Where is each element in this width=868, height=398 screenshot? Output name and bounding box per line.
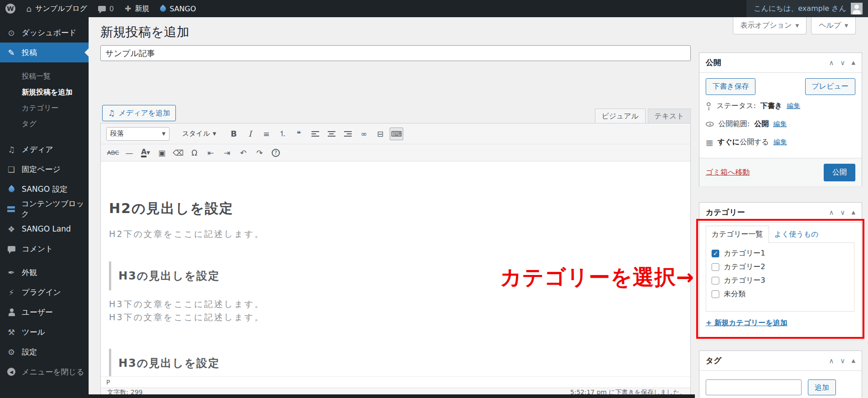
italic-button[interactable]: I [243, 128, 257, 140]
sidebar-item-tools[interactable]: ⚒ ツール [0, 322, 89, 342]
category-item[interactable]: カテゴリー1 [712, 249, 849, 258]
sidebar-item-plugins[interactable]: ⚡ プラグイン [0, 282, 89, 302]
help-icon[interactable]: ? [269, 147, 283, 159]
schedule-bold: すぐに [717, 137, 740, 146]
horizontal-rule-icon[interactable]: — [123, 147, 136, 159]
move-down-icon[interactable]: ∨ [840, 357, 845, 365]
submenu-item-add-new-post[interactable]: 新規投稿を追加 [0, 85, 89, 100]
sidebar-item-dashboard[interactable]: ⊙ ダッシュボード [0, 23, 89, 43]
editor-toolbar-row1: 段落 ▼ スタイル ▼ B I ≡ ⒈ ❝ ∞ ⊟ ⌨ [101, 123, 690, 144]
category-item[interactable]: 未分類 [712, 289, 849, 299]
checkbox-checked-icon[interactable] [712, 250, 719, 257]
bulleted-list-icon[interactable]: ≡ [259, 128, 273, 140]
greeting-text: こんにちは、example さん [754, 4, 846, 14]
sidebar-item-pages[interactable]: ❏ 固定ページ [0, 159, 89, 179]
toggle-panel-icon[interactable]: ▲ [852, 358, 855, 364]
toolbar-toggle-icon[interactable]: ⌨ [390, 128, 403, 140]
edit-schedule-link[interactable]: 編集 [774, 138, 787, 147]
blockquote-icon[interactable]: ❝ [292, 128, 306, 140]
sidebar-item-sango-land[interactable]: ❖ SANGO Land [0, 219, 89, 239]
sidebar-item-media[interactable]: ♫ メディア [0, 139, 89, 159]
move-to-trash-link[interactable]: ゴミ箱へ移動 [706, 168, 750, 177]
save-draft-button[interactable]: 下書き保存 [706, 78, 755, 95]
strikethrough-button[interactable]: ABC [106, 147, 120, 159]
sidebar-label: ユーザー [22, 307, 53, 317]
category-item[interactable]: カテゴリー3 [712, 276, 849, 285]
undo-icon[interactable]: ↶ [236, 147, 250, 159]
move-up-icon[interactable]: ∧ [829, 357, 834, 365]
checkbox-icon[interactable] [712, 277, 719, 284]
submenu-item-all-posts[interactable]: 投稿一覧 [0, 69, 89, 85]
admin-bar-sango[interactable]: SANGO [155, 0, 201, 17]
text-color-button[interactable]: A ▼ [139, 147, 152, 159]
edit-visibility-link[interactable]: 編集 [773, 120, 787, 128]
element-path-bar[interactable]: P [101, 376, 690, 388]
tag-input[interactable] [706, 379, 802, 395]
special-character-button[interactable]: Ω [188, 147, 201, 159]
clear-formatting-icon[interactable]: ⌫ [171, 147, 185, 159]
add-new-category-link[interactable]: + 新規カテゴリーを追加 [706, 318, 788, 328]
align-left-icon[interactable] [308, 128, 322, 140]
bold-button[interactable]: B [227, 128, 241, 140]
tags-metabox-header[interactable]: タグ ∧ ∨ ▲ [699, 351, 862, 371]
paragraph-format-select[interactable]: 段落 ▼ [106, 127, 170, 141]
admin-bar-my-account[interactable]: こんにちは、example さん [746, 0, 868, 17]
sidebar-item-comments[interactable]: コメント [0, 239, 89, 259]
screen-options-label: 表示オプション [741, 21, 792, 30]
sidebar-item-appearance[interactable]: ✒ 外観 [0, 262, 89, 282]
sidebar-label: ダッシュボード [22, 28, 76, 38]
publish-button[interactable]: 公開 [824, 164, 855, 181]
submenu-item-categories[interactable]: カテゴリー [0, 100, 89, 116]
add-media-button[interactable]: ♫ メディアを追加 [102, 105, 176, 121]
category-item[interactable]: カテゴリー2 [712, 262, 849, 272]
align-right-icon[interactable] [341, 128, 354, 140]
move-up-icon[interactable]: ∧ [829, 59, 834, 67]
metabox-controls: ∧ ∨ ▲ [829, 59, 855, 67]
admin-bar-new-content[interactable]: ✚ 新規 [119, 0, 155, 17]
help-button[interactable]: ヘルプ ▼ [811, 17, 856, 34]
wordpress-logo-menu[interactable]: W [0, 0, 21, 17]
tab-most-used[interactable]: よく使うもの [770, 226, 823, 243]
styles-dropdown[interactable]: スタイル ▼ [179, 127, 220, 141]
tab-all-categories[interactable]: カテゴリー一覧 [706, 226, 769, 243]
move-down-icon[interactable]: ∨ [840, 208, 845, 217]
toggle-panel-icon[interactable]: ▲ [852, 209, 855, 215]
sidebar-label: 固定ページ [22, 164, 61, 175]
move-up-icon[interactable]: ∧ [829, 208, 834, 217]
numbered-list-icon[interactable]: ⒈ [276, 128, 289, 140]
sidebar-item-users[interactable]: ユーザー [0, 302, 89, 322]
outdent-icon[interactable]: ⇤ [204, 147, 217, 159]
sidebar-item-sango-settings[interactable]: SANGO 設定 [0, 179, 89, 199]
tags-metabox: タグ ∧ ∨ ▲ 追加 [699, 351, 862, 398]
add-tag-button[interactable]: 追加 [808, 379, 836, 395]
move-down-icon[interactable]: ∨ [840, 59, 845, 67]
submenu-item-tags[interactable]: タグ [0, 116, 89, 132]
sidebar-item-posts[interactable]: ✎ 投稿 [0, 43, 89, 62]
edit-status-link[interactable]: 編集 [787, 102, 800, 110]
screen-options-button[interactable]: 表示オプション ▼ [733, 17, 807, 34]
paste-as-text-icon[interactable]: ▣ [155, 147, 169, 159]
checkbox-icon[interactable] [712, 263, 719, 271]
chevron-down-icon: ▼ [795, 23, 799, 28]
sidebar-item-collapse-menu[interactable]: ◀ メニューを閉じる [0, 362, 89, 382]
indent-icon[interactable]: ⇥ [220, 147, 234, 159]
toggle-panel-icon[interactable]: ▲ [852, 60, 855, 66]
admin-bar-comments[interactable]: 0 [93, 0, 119, 17]
redo-icon[interactable]: ↷ [253, 147, 266, 159]
read-more-icon[interactable]: ⊟ [373, 128, 387, 140]
tab-text[interactable]: テキスト [648, 109, 691, 123]
sango-drop-icon [159, 5, 167, 13]
preview-button[interactable]: プレビュー [805, 78, 856, 95]
editor-toolbar-row2: ABC — A ▼ ▣ ⌫ Ω ⇤ ⇥ ↶ ↷ ? [101, 144, 690, 161]
publish-metabox-header[interactable]: 公開 ∧ ∨ ▲ [699, 53, 862, 73]
categories-metabox-header[interactable]: カテゴリー ∧ ∨ ▲ [699, 203, 862, 223]
post-title-input[interactable] [100, 45, 691, 61]
content-h3-heading: H3の見出しを設定 [109, 349, 681, 376]
admin-bar-site-link[interactable]: ⌂ サンプルブログ [21, 0, 93, 17]
tab-visual[interactable]: ビジュアル [595, 109, 646, 123]
checkbox-icon[interactable] [712, 290, 719, 298]
insert-link-icon[interactable]: ∞ [357, 128, 371, 140]
sidebar-item-content-block[interactable]: コンテンツブロック [0, 199, 89, 219]
align-center-icon[interactable] [325, 128, 338, 140]
sidebar-item-settings[interactable]: ⚙ 設定 [0, 342, 89, 362]
